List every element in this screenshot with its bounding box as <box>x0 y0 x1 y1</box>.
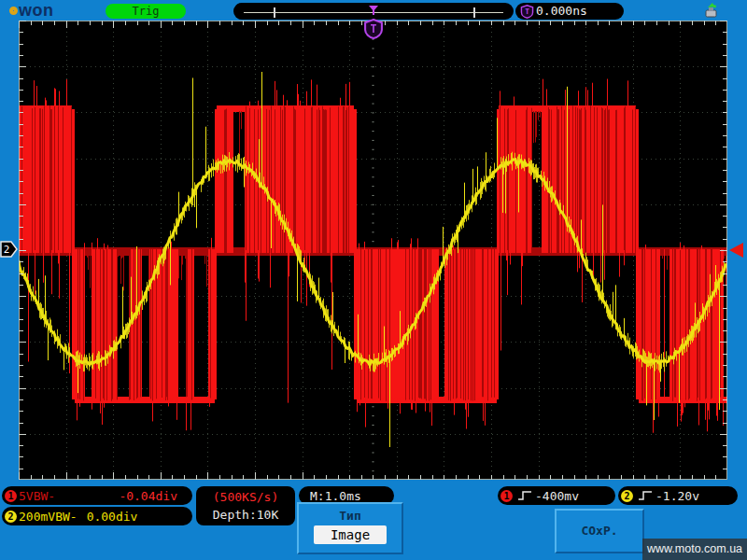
trigger1-level: -400mv <box>535 489 579 503</box>
status-bar: 1 5VBW- -0.04div 2 200mVBW- 0.00div (500… <box>0 480 747 560</box>
save-button[interactable]: СОхР. <box>555 509 644 553</box>
sample-rate: (500KS/s) <box>213 488 278 506</box>
rising-edge-icon <box>638 489 653 502</box>
owon-logo-text: won <box>19 2 54 19</box>
channel2-info-readout: 2 200mVBW- 0.00div <box>2 507 192 525</box>
channel2-offset: 0.00div <box>87 510 138 524</box>
waveform-display <box>19 21 727 480</box>
watermark: www.moto.com.ua <box>642 539 747 560</box>
trigger1-level-readout: 1 -400mv <box>498 486 615 505</box>
rising-edge-icon <box>517 489 532 502</box>
record-trigger-marker-icon <box>368 6 379 17</box>
trigger-time-readout: T 0.000ns <box>515 3 624 20</box>
svg-text:2: 2 <box>4 244 10 256</box>
timebase-value: M:1.0ms <box>310 489 361 503</box>
channel1-badge: 1 <box>5 490 17 502</box>
usb-device-icon <box>702 2 719 19</box>
header-bar: won Trig T 0.000ns <box>0 0 747 21</box>
channel2-scale: 200mVBW- <box>19 510 78 524</box>
trigger-position-marker[interactable]: T <box>363 19 384 39</box>
svg-text:T: T <box>525 7 529 16</box>
record-window-left-bracket <box>274 7 275 18</box>
channel2-badge: 2 <box>5 511 17 523</box>
channel2-zero-marker[interactable]: 2 <box>0 241 18 258</box>
trigger-status-badge: Trig <box>106 4 186 19</box>
channel1-scale: 5VBW- <box>19 489 55 503</box>
record-depth: Depth:10K <box>213 506 278 524</box>
trigger-t-icon: T <box>520 5 534 19</box>
oscilloscope-screen: won Trig T 0.000ns T <box>0 0 747 560</box>
owon-logo: won <box>9 1 54 20</box>
trigger2-badge: 2 <box>621 490 633 502</box>
save-menu-panel: Тип Image <box>297 502 403 554</box>
owon-logo-o-ring <box>9 7 18 15</box>
record-position-bar <box>233 3 514 20</box>
trigger2-level: -1.20v <box>655 489 699 503</box>
svg-text:T: T <box>371 22 377 35</box>
channel1-offset: -0.04div <box>119 489 177 503</box>
trigger-time-value: 0.000ns <box>536 3 587 20</box>
acquisition-readout: (500KS/s) Depth:10K <box>196 486 295 525</box>
trigger2-level-readout: 2 -1.20v <box>618 486 738 505</box>
menu-type-label: Тип <box>299 509 402 523</box>
record-window-right-bracket <box>473 7 475 18</box>
channel1-info-readout: 1 5VBW- -0.04div <box>2 486 192 505</box>
channel1-trigger-level-arrow[interactable] <box>729 243 743 258</box>
trigger1-badge: 1 <box>500 490 513 502</box>
menu-type-value-button[interactable]: Image <box>314 525 387 544</box>
